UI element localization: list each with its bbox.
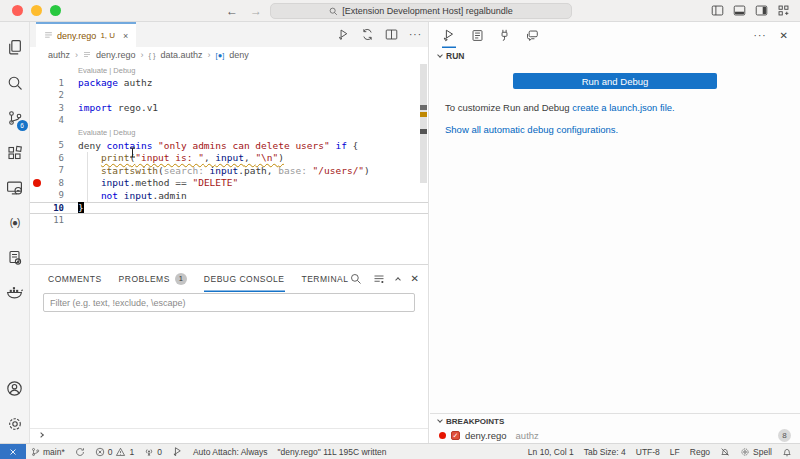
branch-indicator[interactable]: main* xyxy=(26,444,70,459)
customize-layout-icon[interactable] xyxy=(777,4,790,17)
run-section-header[interactable]: RUN xyxy=(430,48,800,64)
breadcrumb-folder[interactable]: authz xyxy=(48,50,70,60)
code-line-11[interactable]: 11 xyxy=(30,214,428,227)
tab-terminal[interactable]: TERMINAL xyxy=(302,265,349,292)
breadcrumb-symbol[interactable]: deny xyxy=(229,50,249,60)
code-line-2[interactable]: 2 xyxy=(30,89,428,102)
panel-search-icon[interactable] xyxy=(350,273,362,285)
tab-label: deny.rego xyxy=(57,31,96,41)
error-icon xyxy=(95,447,105,457)
docker-icon[interactable] xyxy=(0,275,30,310)
codelens-evaluate-debug[interactable]: Evaluate | Debug xyxy=(30,64,428,77)
editor-scrollbar[interactable] xyxy=(420,64,427,183)
spell-checker-indicator[interactable]: Spell xyxy=(735,447,777,457)
explorer-icon[interactable] xyxy=(0,30,30,65)
breadcrumb-file[interactable]: deny.rego xyxy=(96,50,135,60)
debug-console-output[interactable] xyxy=(30,312,428,428)
breakpoint-glyph[interactable] xyxy=(30,179,44,187)
language-mode-indicator[interactable]: Rego xyxy=(685,447,715,457)
sync-changes-button[interactable] xyxy=(70,444,90,459)
chevron-down-icon xyxy=(437,417,443,423)
code-line-6[interactable]: 6 print("input is: ", input, "\n") xyxy=(30,152,428,165)
close-window-button[interactable] xyxy=(12,5,23,16)
remote-indicator[interactable] xyxy=(0,444,26,459)
secondary-sidebar-header: ··· ✕ xyxy=(430,22,800,48)
code-line-9[interactable]: 9 not input.admin xyxy=(30,189,428,202)
code-line-8[interactable]: 8 input.method == "DELETE" xyxy=(30,177,428,190)
toggle-panel-icon[interactable] xyxy=(733,4,746,17)
code-line-1[interactable]: 1package authz xyxy=(30,77,428,90)
tab-deny-rego[interactable]: deny.rego 1, U × xyxy=(36,22,136,47)
auto-attach-indicator[interactable]: Auto Attach: Always xyxy=(188,444,273,459)
problems-indicator[interactable]: 0 1 xyxy=(90,444,139,459)
line-number: 1 xyxy=(44,78,64,88)
settings-gear-icon[interactable] xyxy=(0,406,30,441)
maximize-window-button[interactable] xyxy=(50,5,61,16)
comments-view-icon[interactable] xyxy=(525,22,539,48)
source-control-icon[interactable]: 6 xyxy=(0,100,30,135)
indentation-indicator[interactable]: Tab Size: 4 xyxy=(579,447,631,457)
close-panel-icon[interactable]: ✕ xyxy=(411,273,419,284)
create-launch-json-link[interactable]: create a launch.json file. xyxy=(572,102,674,113)
tab-debug-console[interactable]: DEBUG CONSOLE xyxy=(204,265,285,292)
back-arrow-icon[interactable]: ← xyxy=(226,4,238,18)
remote-explorer-icon[interactable] xyxy=(0,170,30,205)
forward-arrow-icon[interactable]: → xyxy=(250,4,262,18)
code-line-3[interactable]: 3import rego.v1 xyxy=(30,102,428,115)
panel-tab-bar: COMMENTS PROBLEMS1 DEBUG CONSOLE TERMINA… xyxy=(30,265,428,292)
show-debug-configurations-link[interactable]: Show all automatic debug configurations. xyxy=(445,124,785,135)
extensions-icon[interactable] xyxy=(0,135,30,170)
rego-settings-icon[interactable] xyxy=(0,240,30,275)
tab-problems[interactable]: PROBLEMS1 xyxy=(119,265,187,292)
tab-close-icon[interactable]: × xyxy=(123,31,128,41)
opa-extension-icon[interactable]: (●) xyxy=(0,205,30,240)
do-not-disturb-icon[interactable] xyxy=(715,447,735,457)
close-secondary-sidebar-icon[interactable]: ✕ xyxy=(780,30,788,41)
clear-console-icon[interactable] xyxy=(373,273,385,285)
overview-ruler-cursor-mark xyxy=(420,129,427,134)
command-center-search[interactable]: [Extension Development Host] regalbundle xyxy=(270,3,572,19)
code-rows: Evaluate | Debug1package authz23import r… xyxy=(30,64,428,227)
search-view-icon[interactable] xyxy=(0,65,30,100)
ports-indicator[interactable]: 0 xyxy=(139,444,167,459)
breadcrumb: authz › deny.rego › { } data.authz › [●]… xyxy=(30,47,428,63)
code-line-5[interactable]: 5deny contains "only admins can delete u… xyxy=(30,139,428,152)
breakpoint-checkbox[interactable]: ✓ xyxy=(451,431,460,440)
tab-bar: deny.rego 1, U × ··· xyxy=(30,22,428,47)
open-changes-icon[interactable] xyxy=(361,28,374,41)
output-view-icon[interactable] xyxy=(471,22,484,48)
split-editor-icon[interactable] xyxy=(385,28,398,41)
editor-more-actions-icon[interactable]: ··· xyxy=(409,29,422,40)
breakpoints-header[interactable]: BREAKPOINTS xyxy=(430,414,800,428)
codelens-evaluate-debug[interactable]: Evaluate | Debug xyxy=(30,127,428,140)
editor-group: deny.rego 1, U × ··· authz › deny.rego ›… xyxy=(30,22,429,443)
code-editor[interactable]: Evaluate | Debug1package authz23import r… xyxy=(30,63,428,264)
eol-indicator[interactable]: LF xyxy=(665,447,685,457)
run-and-debug-view-icon[interactable] xyxy=(442,22,456,48)
breakpoint-item[interactable]: ✓ deny.rego authz 8 xyxy=(430,428,800,443)
notifications-bell-icon[interactable] xyxy=(777,447,800,457)
code-line-7[interactable]: 7 startswith(search: input.path, base: "… xyxy=(30,164,428,177)
debug-console-input[interactable] xyxy=(30,428,428,443)
line-number: 9 xyxy=(44,190,64,200)
maximize-panel-icon[interactable] xyxy=(395,277,401,283)
toggle-secondary-sidebar-icon[interactable] xyxy=(755,4,768,17)
tab-comments[interactable]: COMMENTS xyxy=(48,265,102,292)
account-icon[interactable] xyxy=(0,371,30,406)
views-more-actions-icon[interactable]: ··· xyxy=(754,30,767,41)
run-and-debug-button[interactable]: Run and Debug xyxy=(513,73,717,89)
bottom-panel: COMMENTS PROBLEMS1 DEBUG CONSOLE TERMINA… xyxy=(30,264,428,443)
debug-console-filter-input[interactable] xyxy=(43,293,415,312)
debug-status-icon[interactable] xyxy=(167,444,188,459)
breadcrumb-package[interactable]: data.authz xyxy=(161,50,203,60)
code-line-4[interactable]: 4 xyxy=(30,114,428,127)
toggle-sidebar-icon[interactable] xyxy=(711,4,724,17)
code-line-10[interactable]: 10} xyxy=(30,202,428,215)
line-number: 10 xyxy=(44,203,64,213)
ports-plug-icon[interactable] xyxy=(499,22,510,48)
window-controls xyxy=(12,5,61,16)
minimize-window-button[interactable] xyxy=(31,5,42,16)
run-or-debug-icon[interactable] xyxy=(337,28,350,41)
encoding-indicator[interactable]: UTF-8 xyxy=(631,447,665,457)
cursor-position-indicator[interactable]: Ln 10, Col 1 xyxy=(523,447,579,457)
